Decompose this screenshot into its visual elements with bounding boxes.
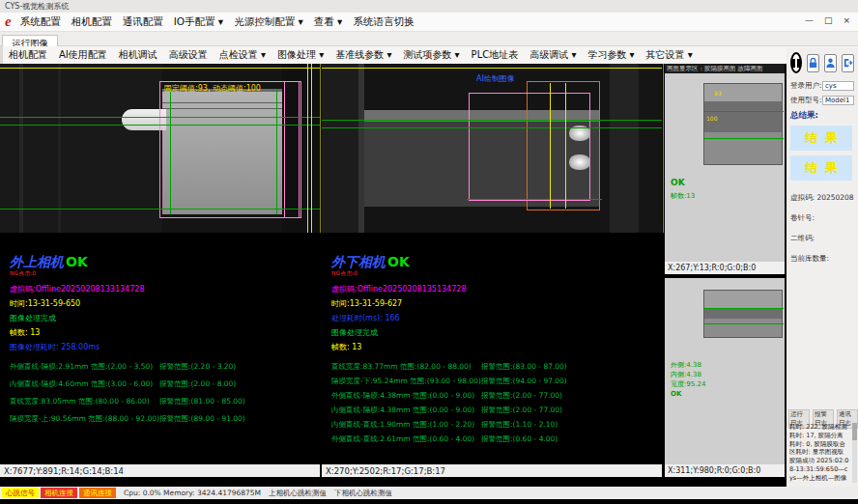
result-ok-badge: OK — [387, 254, 410, 269]
measurement-row: 外侧直线-隔膜:4.38mm 范围:(0.00 - 9.00)报警范围:(2.0… — [331, 391, 662, 401]
toolbar-ai-config[interactable]: AI使用配置 — [53, 46, 113, 64]
menu-item-system-config[interactable]: 系统配置 — [20, 15, 61, 29]
cpu-memory-text: Cpu: 0.0% Memory: 3424.41796875M — [124, 489, 261, 497]
camera-view-lower: AI绘制图像 外下相机OK NG点击:0 虚拟码:Offline20250208… — [322, 64, 662, 487]
small-view-ok: OK — [671, 178, 685, 187]
stock-count-label: 当前库数量: — [790, 254, 854, 264]
minimize-button[interactable]: — — [805, 15, 814, 25]
close-button[interactable]: × — [843, 15, 850, 25]
titlebar: CYS-视觉检测系统 — [0, 0, 858, 13]
measurement-row: 内侧直线-隔膜:4.60mm 范围:(3.00 - 6.00)报警范围:(2.0… — [10, 379, 320, 389]
measurement-table: 直线宽度:83.77mm 范围:(82.00 - 88.00)报警范围:(83.… — [331, 362, 662, 444]
toolbar-camera-debug[interactable]: 相机调试 — [113, 46, 163, 64]
menu-item-comm-config[interactable]: 通讯配置 — [123, 15, 163, 29]
measurement-row: 隔膜宽度-下:95.24mm 范围:(93.00 - 98.00)报警范围:(9… — [331, 377, 662, 386]
machine-background — [322, 64, 364, 233]
barcode-line: 虚拟码:Offline20250208133134728 — [10, 284, 320, 294]
overlay-yellow-line — [311, 64, 312, 233]
measure-line-green — [0, 209, 320, 210]
exit-button[interactable] — [842, 54, 854, 72]
overlay-yellow-line — [565, 83, 566, 209]
user-button[interactable] — [824, 54, 837, 72]
result-ok-badge: OK — [66, 254, 88, 269]
measurement-value: 内侧直线-隔膜:4.60mm 范围:(3.00 - 6.00) — [10, 379, 159, 389]
log-scrollbar-thumb[interactable] — [852, 423, 857, 440]
elapsed-line: 图像处理耗时: 258.00ms — [10, 342, 320, 352]
login-user-label: 登录用户: — [790, 81, 822, 91]
upper-camera-heartbeat-text: 上相机心跳检测值 — [269, 489, 327, 498]
measure-line-green — [322, 120, 662, 121]
roi-rect-pink — [159, 81, 301, 218]
menu-item-language-switch[interactable]: 系统语言切换 — [353, 15, 414, 29]
measurement-alarm: 报警范围:(0.60 - 4.00) — [481, 434, 626, 444]
overlay-mark: 93 — [714, 90, 722, 97]
model-field[interactable]: Model1 — [822, 96, 854, 105]
total-result-label: 总结果: — [790, 110, 854, 122]
measurement-value: 直线宽度:83.05mm 范围:(80.00 - 86.00) — [10, 397, 159, 406]
toolbar-other-settings[interactable]: 其它设置 ▾ — [641, 46, 699, 64]
measure-line-green — [170, 89, 171, 214]
frame-count-line: 帧数: 13 — [331, 342, 662, 352]
small-view-top[interactable]: 93 100 OK 帧数:13 — [665, 73, 785, 262]
virtual-code-label: 虚拟码: 20250208 — [790, 193, 854, 203]
heartbeat-status-badge: 心跳信号 — [2, 488, 39, 498]
measurement-value: 内侧直线-隔膜:4.38mm 范围:(0.00 - 9.00) — [331, 406, 481, 415]
measurement-value: 隔膜宽度-下:95.24mm 范围:(93.00 - 98.00) — [331, 377, 481, 386]
toolbar-plc-address[interactable]: PLC地址表 — [466, 46, 525, 64]
overlay-yellow-line — [307, 64, 308, 233]
camera-image-upper[interactable]: 固定阈值:93, 动态阈值:100 — [0, 64, 320, 233]
measurement-row: 直线宽度:83.05mm 范围:(80.00 - 86.00)报警范围:(81.… — [10, 397, 320, 406]
measurement-row: 内侧直线-隔膜:4.38mm 范围:(0.00 - 9.00)报警范围:(2.0… — [331, 406, 662, 415]
measurement-table: 外侧直线-隔膜:2.91mm 范围:(2.00 - 3.50)报警范围:(2.2… — [10, 362, 320, 424]
maximize-button[interactable]: □ — [824, 15, 833, 25]
toolbar-baseline-params[interactable]: 基准线参数 ▾ — [329, 46, 397, 64]
time-line: 时间:13-31-59-650 — [10, 298, 320, 309]
comm-connect-badge: 通讯连接 — [79, 488, 116, 498]
toolbar-spot-check[interactable]: 点检设置 ▾ — [214, 46, 272, 64]
login-user-field[interactable]: cys — [822, 81, 854, 91]
sidebar-buttons — [790, 52, 854, 73]
overlay-mark: 100 — [706, 115, 717, 122]
menu-item-light-config[interactable]: 光源控制配置 ▾ — [234, 15, 303, 29]
toolbar-advanced-debug[interactable]: 高级调试 ▾ — [524, 46, 582, 64]
small-view-bottom[interactable]: 外侧:4.38 内侧:4.38 宽度:95.24 OK — [665, 278, 785, 464]
pause-icon — [792, 59, 800, 68]
machine-background — [0, 64, 162, 233]
small-view-result-line: 宽度:95.24 — [671, 379, 705, 389]
overlay-yellow-line — [0, 68, 320, 69]
measurement-alarm: 报警范围:(2.00 - 77.00) — [481, 406, 626, 415]
measure-line-green — [322, 127, 662, 128]
toolbar-learning-params[interactable]: 学习参数 ▾ — [582, 46, 640, 64]
result-box-lower: 结果 — [790, 155, 852, 181]
camera-image-lower[interactable]: AI绘制图像 — [322, 64, 662, 233]
roi-rect-pink — [469, 93, 590, 201]
small-view-info: 帧数:13 — [671, 191, 695, 201]
small-view-result-line: 内侧:4.38 — [671, 370, 705, 379]
measurement-row: 内侧直线-直线:1.90mm 范围:(1.00 - 2.20)报警范围:(1.1… — [331, 420, 662, 430]
cursor-coords-small-top: X:267;Y:13;R:0;G:0;B:0 — [665, 262, 785, 274]
needle-number-label: 卷针号: — [790, 213, 854, 223]
menu-item-io-config[interactable]: IO手配置 ▾ — [174, 15, 223, 29]
window-title: CYS-视觉检测系统 — [5, 2, 69, 11]
small-views-header: 画面显示区：胶隔膜画面 故障画面 — [665, 64, 785, 73]
measurement-alarm: 报警范围:(81.00 - 85.00) — [159, 397, 304, 406]
pause-button[interactable] — [790, 52, 802, 73]
measurement-row: 外侧直线-直线:2.61mm 范围:(0.60 - 4.00)报警范围:(0.6… — [331, 434, 662, 444]
toolbar-advanced-settings[interactable]: 高级设置 — [163, 46, 214, 64]
measurement-alarm: 报警范围:(2.00 - 8.00) — [159, 379, 304, 389]
toolbar-test-params[interactable]: 测试项参数 ▾ — [397, 46, 465, 64]
result-box-upper: 结果 — [790, 126, 852, 151]
lock-button[interactable] — [807, 54, 819, 72]
measurement-value: 外侧直线-隔膜:4.38mm 范围:(0.00 - 9.00) — [331, 391, 481, 401]
toolbar-image-process[interactable]: 图像处理 ▾ — [272, 46, 329, 64]
menu-item-camera-config[interactable]: 相机配置 — [72, 15, 112, 29]
menu-item-view[interactable]: 查看 ▾ — [314, 15, 343, 29]
measurement-row: 外侧直线-隔膜:2.91mm 范围:(2.00 - 3.50)报警范围:(2.2… — [10, 362, 320, 372]
small-view-result-line: OK — [671, 389, 705, 399]
log-scrollbar[interactable] — [852, 423, 857, 483]
measurement-value: 内侧直线-直线:1.90mm 范围:(1.00 - 2.20) — [331, 420, 481, 430]
toolbar-camera-config[interactable]: 相机配置 — [3, 46, 53, 64]
measurement-alarm: 报警范围:(2.00 - 77.00) — [481, 391, 626, 401]
camera-title: 外下相机 — [331, 254, 386, 269]
measure-line-green — [467, 199, 602, 200]
